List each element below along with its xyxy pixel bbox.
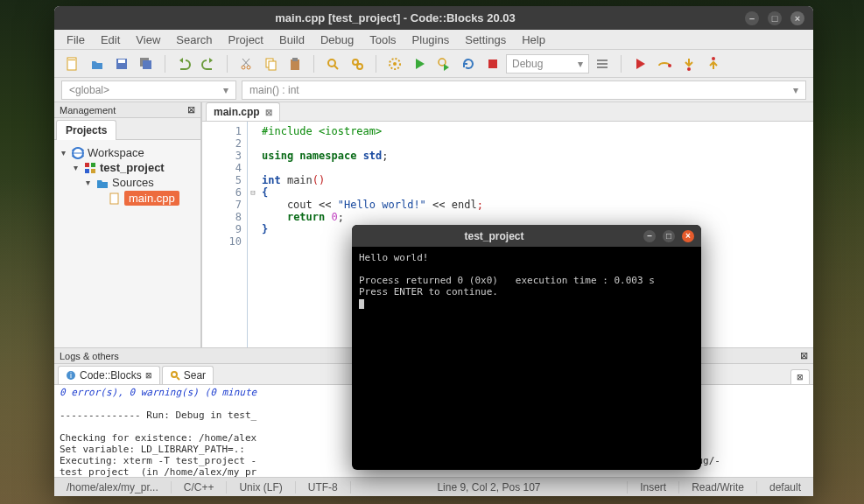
new-file-icon[interactable] (61, 52, 84, 75)
tree-workspace[interactable]: ▾ Workspace (58, 145, 197, 160)
show-targets-icon[interactable] (591, 52, 614, 75)
open-file-icon[interactable] (86, 52, 109, 75)
status-rw: Read/Write (679, 481, 757, 494)
minimize-button[interactable]: – (745, 11, 759, 25)
menu-help[interactable]: Help (515, 31, 552, 49)
terminal-window[interactable]: test_project – □ × Hello world! Process … (352, 225, 701, 470)
svg-point-7 (247, 66, 250, 69)
chevron-down-icon: ▾ (578, 58, 583, 70)
management-title: Management (60, 105, 116, 116)
status-path: /home/alex/my_pr... (54, 481, 172, 494)
toolbar: Debug ▾ (54, 50, 813, 78)
step-out-icon[interactable] (702, 52, 725, 75)
undo-icon[interactable] (172, 52, 195, 75)
close-button[interactable]: × (790, 11, 804, 25)
svg-point-23 (687, 67, 691, 71)
svg-point-6 (242, 66, 245, 69)
scope-global-label: <global> (69, 84, 109, 96)
logs-close-icon[interactable]: ⊠ (800, 350, 808, 361)
menu-view[interactable]: View (129, 31, 167, 49)
tree-file-label: main.cpp (124, 191, 179, 206)
log-line: Set variable: LD_LIBRARY_PATH=.: (60, 444, 245, 455)
build-target-select[interactable]: Debug ▾ (506, 54, 589, 74)
save-all-icon[interactable] (135, 52, 158, 75)
scope-global-select[interactable]: <global> ▾ (61, 80, 236, 100)
scope-bar: <global> ▾ main() : int ▾ (54, 78, 813, 102)
status-position: Line 9, Col 2, Pos 107 (351, 481, 628, 494)
editor-tab-main[interactable]: main.cpp ⊠ (206, 102, 280, 121)
projects-tab[interactable]: Projects (56, 120, 116, 140)
svg-rect-26 (85, 163, 89, 167)
tab-close-icon[interactable]: ⊠ (265, 108, 272, 117)
log-line: -------------- Run: Debug in test_ (60, 410, 256, 421)
window-title: main.cpp [test_project] - Code::Blocks 2… (54, 11, 736, 24)
project-tree: ▾ Workspace ▾ test_project ▾ Sources (54, 140, 200, 212)
terminal-output[interactable]: Hello world! Process returned 0 (0x0) ex… (352, 247, 701, 314)
copy-icon[interactable] (259, 52, 282, 75)
menu-debug[interactable]: Debug (313, 31, 361, 49)
menu-file[interactable]: File (60, 31, 92, 49)
tree-file-main[interactable]: main.cpp (58, 190, 197, 206)
logs-tab-search[interactable]: Sear (162, 366, 214, 384)
terminal-titlebar[interactable]: test_project – □ × (352, 225, 701, 247)
project-icon (84, 162, 96, 174)
replace-icon[interactable] (346, 52, 369, 75)
titlebar[interactable]: main.cpp [test_project] - Code::Blocks 2… (54, 6, 813, 30)
status-mode: Insert (628, 481, 679, 494)
menu-build[interactable]: Build (272, 31, 312, 49)
debug-start-icon[interactable] (629, 52, 651, 75)
logs-tab-codeblocks[interactable]: i Code::Blocks ⊠ (58, 366, 160, 384)
cut-icon[interactable] (235, 52, 257, 75)
status-eol: Unix (LF) (227, 481, 295, 494)
svg-rect-19 (597, 60, 608, 61)
find-icon[interactable] (321, 52, 344, 75)
menu-project[interactable]: Project (221, 31, 270, 49)
term-line: Process returned 0 (0x0) execution time … (359, 275, 655, 286)
step-over-icon[interactable] (653, 52, 676, 75)
tab-close-icon[interactable]: ⊠ (797, 373, 804, 382)
build-target-label: Debug (512, 58, 543, 70)
log-line: test_project (in /home/alex/my_pr (60, 466, 256, 477)
terminal-cursor (359, 299, 364, 309)
menu-search[interactable]: Search (169, 31, 219, 49)
svg-rect-3 (118, 60, 125, 63)
terminal-close-button[interactable]: × (682, 230, 694, 242)
statusbar: /home/alex/my_pr... C/C++ Unix (LF) UTF-… (54, 477, 813, 496)
menu-edit[interactable]: Edit (94, 31, 127, 49)
run-icon[interactable] (408, 52, 431, 75)
svg-rect-5 (143, 60, 151, 69)
svg-point-14 (357, 64, 362, 69)
menu-settings[interactable]: Settings (458, 31, 513, 49)
build-icon[interactable] (383, 52, 406, 75)
logs-tab-search-label: Sear (184, 369, 206, 382)
menu-tools[interactable]: Tools (362, 31, 403, 49)
tab-close-icon[interactable]: ⊠ (145, 371, 152, 380)
svg-point-12 (328, 60, 335, 66)
scope-function-select[interactable]: main() : int ▾ (242, 80, 806, 100)
svg-rect-27 (91, 163, 95, 167)
svg-point-16 (393, 62, 397, 66)
build-run-icon[interactable] (432, 52, 455, 75)
step-into-icon[interactable] (678, 52, 700, 75)
tree-project[interactable]: ▾ test_project (58, 160, 197, 175)
scope-function-label: main() : int (249, 84, 299, 96)
folder-icon (96, 177, 109, 189)
editor-tab-label: main.cpp (214, 106, 260, 118)
menu-plugins[interactable]: Plugins (405, 31, 457, 49)
terminal-maximize-button[interactable]: □ (663, 230, 675, 242)
panel-close-icon[interactable]: ⊠ (187, 104, 195, 116)
rebuild-icon[interactable] (457, 52, 480, 75)
fold-column[interactable]: ⊟ (248, 122, 258, 347)
redo-icon[interactable] (197, 52, 220, 75)
abort-icon[interactable] (481, 52, 504, 75)
status-encoding: UTF-8 (296, 481, 351, 494)
workspace-icon (72, 147, 84, 159)
save-icon[interactable] (110, 52, 133, 75)
tree-sources-label: Sources (112, 176, 154, 189)
maximize-button[interactable]: □ (768, 11, 782, 25)
svg-point-13 (353, 60, 358, 65)
paste-icon[interactable] (284, 52, 306, 75)
terminal-minimize-button[interactable]: – (643, 230, 656, 242)
tree-sources[interactable]: ▾ Sources (58, 175, 197, 190)
logs-tab-extra[interactable]: ⊠ (790, 369, 810, 384)
